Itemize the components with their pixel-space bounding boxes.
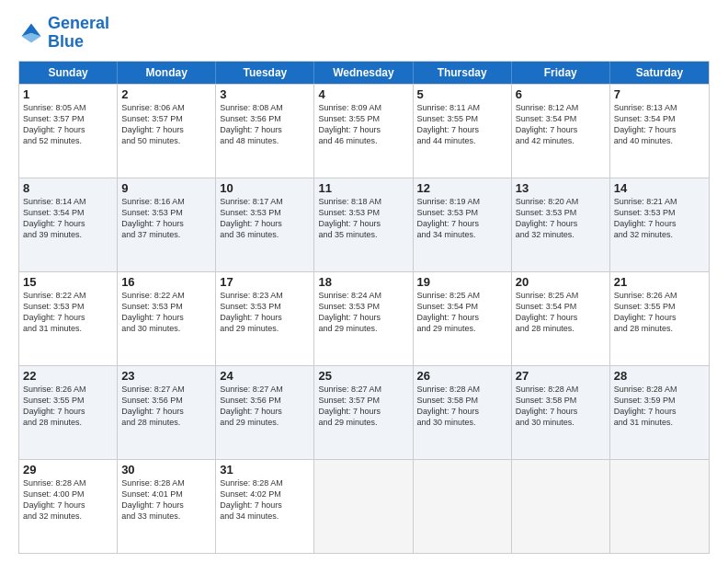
calendar-header-cell: Tuesday — [216, 62, 314, 84]
cell-text: Sunrise: 8:26 AMSunset: 3:55 PMDaylight:… — [23, 384, 113, 429]
calendar-cell: 15Sunrise: 8:22 AMSunset: 3:53 PMDayligh… — [19, 272, 118, 365]
day-number: 9 — [121, 181, 211, 195]
calendar-cell: 8Sunrise: 8:14 AMSunset: 3:54 PMDaylight… — [19, 178, 118, 271]
calendar-cell: 22Sunrise: 8:26 AMSunset: 3:55 PMDayligh… — [19, 366, 118, 459]
cell-text: Sunrise: 8:11 AMSunset: 3:55 PMDaylight:… — [417, 102, 507, 147]
calendar-header: SundayMondayTuesdayWednesdayThursdayFrid… — [19, 62, 709, 84]
logo: General Blue — [18, 15, 109, 52]
calendar-cell: 19Sunrise: 8:25 AMSunset: 3:54 PMDayligh… — [414, 272, 512, 365]
calendar-cell: 9Sunrise: 8:16 AMSunset: 3:53 PMDaylight… — [118, 178, 216, 271]
cell-text: Sunrise: 8:17 AMSunset: 3:53 PMDaylight:… — [220, 196, 310, 241]
calendar-cell: 29Sunrise: 8:28 AMSunset: 4:00 PMDayligh… — [19, 460, 118, 553]
cell-text: Sunrise: 8:22 AMSunset: 3:53 PMDaylight:… — [121, 290, 211, 335]
calendar-cell: 16Sunrise: 8:22 AMSunset: 3:53 PMDayligh… — [118, 272, 216, 365]
cell-text: Sunrise: 8:27 AMSunset: 3:56 PMDaylight:… — [121, 384, 211, 429]
calendar-header-cell: Wednesday — [314, 62, 413, 84]
cell-text: Sunrise: 8:27 AMSunset: 3:57 PMDaylight:… — [318, 384, 408, 429]
day-number: 13 — [516, 181, 606, 195]
cell-text: Sunrise: 8:22 AMSunset: 3:53 PMDaylight:… — [23, 290, 113, 335]
calendar-cell: 13Sunrise: 8:20 AMSunset: 3:53 PMDayligh… — [512, 178, 610, 271]
cell-text: Sunrise: 8:18 AMSunset: 3:53 PMDaylight:… — [318, 196, 408, 241]
day-number: 18 — [318, 275, 408, 289]
calendar-header-cell: Friday — [512, 62, 610, 84]
day-number: 4 — [318, 87, 408, 101]
day-number: 22 — [23, 369, 113, 383]
day-number: 12 — [417, 181, 507, 195]
logo-icon — [18, 20, 44, 46]
day-number: 25 — [318, 369, 408, 383]
day-number: 2 — [121, 87, 211, 101]
calendar-cell: 17Sunrise: 8:23 AMSunset: 3:53 PMDayligh… — [216, 272, 314, 365]
cell-text: Sunrise: 8:25 AMSunset: 3:54 PMDaylight:… — [516, 290, 606, 335]
day-number: 5 — [417, 87, 507, 101]
calendar-cell: 4Sunrise: 8:09 AMSunset: 3:55 PMDaylight… — [314, 85, 413, 178]
calendar-header-cell: Sunday — [19, 62, 118, 84]
cell-text: Sunrise: 8:14 AMSunset: 3:54 PMDaylight:… — [23, 196, 113, 241]
cell-text: Sunrise: 8:09 AMSunset: 3:55 PMDaylight:… — [318, 102, 408, 147]
calendar-cell: 21Sunrise: 8:26 AMSunset: 3:55 PMDayligh… — [610, 272, 709, 365]
page: General Blue SundayMondayTuesdayWednesda… — [0, 0, 728, 563]
calendar-header-cell: Saturday — [610, 62, 709, 84]
calendar-week: 1Sunrise: 8:05 AMSunset: 3:57 PMDaylight… — [19, 84, 709, 178]
day-number: 26 — [417, 369, 507, 383]
calendar: SundayMondayTuesdayWednesdayThursdayFrid… — [18, 61, 710, 554]
day-number: 27 — [516, 369, 606, 383]
cell-text: Sunrise: 8:28 AMSunset: 4:00 PMDaylight:… — [23, 477, 113, 523]
calendar-week: 22Sunrise: 8:26 AMSunset: 3:55 PMDayligh… — [19, 365, 709, 459]
calendar-cell: 10Sunrise: 8:17 AMSunset: 3:53 PMDayligh… — [216, 178, 314, 271]
day-number: 24 — [220, 369, 310, 383]
calendar-cell — [314, 460, 413, 553]
day-number: 11 — [318, 181, 408, 195]
cell-text: Sunrise: 8:13 AMSunset: 3:54 PMDaylight:… — [614, 102, 705, 147]
calendar-cell — [610, 460, 709, 553]
calendar-cell: 14Sunrise: 8:21 AMSunset: 3:53 PMDayligh… — [610, 178, 709, 271]
cell-text: Sunrise: 8:26 AMSunset: 3:55 PMDaylight:… — [614, 290, 705, 335]
cell-text: Sunrise: 8:19 AMSunset: 3:53 PMDaylight:… — [417, 196, 507, 241]
day-number: 23 — [121, 369, 211, 383]
calendar-cell — [414, 460, 512, 553]
day-number: 16 — [121, 275, 211, 289]
calendar-cell: 3Sunrise: 8:08 AMSunset: 3:56 PMDaylight… — [216, 85, 314, 178]
day-number: 30 — [121, 463, 211, 477]
day-number: 10 — [220, 181, 310, 195]
cell-text: Sunrise: 8:28 AMSunset: 3:58 PMDaylight:… — [516, 384, 606, 429]
cell-text: Sunrise: 8:05 AMSunset: 3:57 PMDaylight:… — [23, 102, 113, 147]
day-number: 3 — [220, 87, 310, 101]
calendar-cell: 6Sunrise: 8:12 AMSunset: 3:54 PMDaylight… — [512, 85, 610, 178]
calendar-cell: 24Sunrise: 8:27 AMSunset: 3:56 PMDayligh… — [216, 366, 314, 459]
day-number: 6 — [516, 87, 606, 101]
calendar-cell: 11Sunrise: 8:18 AMSunset: 3:53 PMDayligh… — [314, 178, 413, 271]
day-number: 8 — [23, 181, 113, 195]
calendar-cell: 20Sunrise: 8:25 AMSunset: 3:54 PMDayligh… — [512, 272, 610, 365]
cell-text: Sunrise: 8:08 AMSunset: 3:56 PMDaylight:… — [220, 102, 310, 147]
cell-text: Sunrise: 8:20 AMSunset: 3:53 PMDaylight:… — [516, 196, 606, 241]
day-number: 21 — [614, 275, 705, 289]
day-number: 19 — [417, 275, 507, 289]
calendar-cell: 18Sunrise: 8:24 AMSunset: 3:53 PMDayligh… — [314, 272, 413, 365]
cell-text: Sunrise: 8:16 AMSunset: 3:53 PMDaylight:… — [121, 196, 211, 241]
cell-text: Sunrise: 8:28 AMSunset: 4:02 PMDaylight:… — [220, 477, 310, 523]
calendar-cell: 25Sunrise: 8:27 AMSunset: 3:57 PMDayligh… — [314, 366, 413, 459]
calendar-cell — [512, 460, 610, 553]
calendar-week: 29Sunrise: 8:28 AMSunset: 4:00 PMDayligh… — [19, 459, 709, 553]
calendar-cell: 23Sunrise: 8:27 AMSunset: 3:56 PMDayligh… — [118, 366, 216, 459]
calendar-cell: 1Sunrise: 8:05 AMSunset: 3:57 PMDaylight… — [19, 85, 118, 178]
cell-text: Sunrise: 8:27 AMSunset: 3:56 PMDaylight:… — [220, 384, 310, 429]
calendar-cell: 30Sunrise: 8:28 AMSunset: 4:01 PMDayligh… — [118, 460, 216, 553]
cell-text: Sunrise: 8:12 AMSunset: 3:54 PMDaylight:… — [516, 102, 606, 147]
day-number: 1 — [23, 87, 113, 101]
day-number: 7 — [614, 87, 705, 101]
day-number: 29 — [23, 463, 113, 477]
calendar-cell: 2Sunrise: 8:06 AMSunset: 3:57 PMDaylight… — [118, 85, 216, 178]
header: General Blue — [18, 15, 710, 52]
cell-text: Sunrise: 8:23 AMSunset: 3:53 PMDaylight:… — [220, 290, 310, 335]
cell-text: Sunrise: 8:06 AMSunset: 3:57 PMDaylight:… — [121, 102, 211, 147]
day-number: 20 — [516, 275, 606, 289]
calendar-body: 1Sunrise: 8:05 AMSunset: 3:57 PMDaylight… — [19, 84, 709, 553]
calendar-cell: 7Sunrise: 8:13 AMSunset: 3:54 PMDaylight… — [610, 85, 709, 178]
calendar-cell: 12Sunrise: 8:19 AMSunset: 3:53 PMDayligh… — [414, 178, 512, 271]
day-number: 15 — [23, 275, 113, 289]
logo-text: General Blue — [48, 15, 109, 52]
day-number: 14 — [614, 181, 705, 195]
cell-text: Sunrise: 8:28 AMSunset: 4:01 PMDaylight:… — [121, 477, 211, 523]
